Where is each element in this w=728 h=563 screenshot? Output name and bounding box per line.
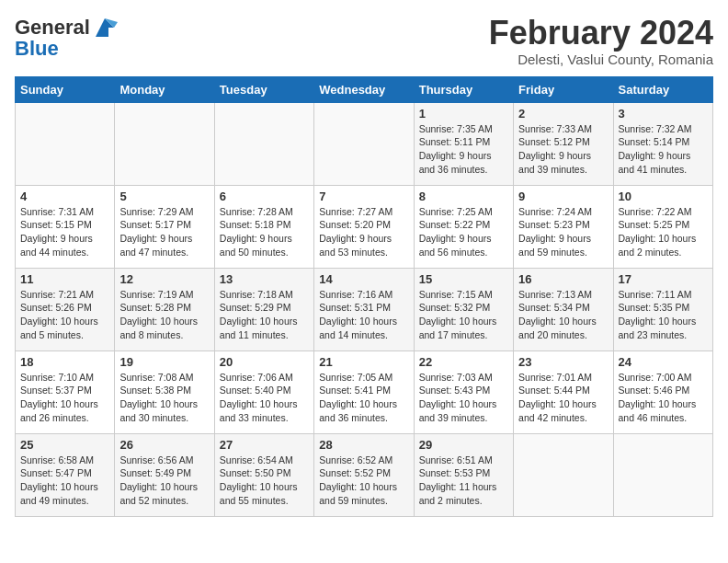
- day-headers-row: SundayMondayTuesdayWednesdayThursdayFrid…: [16, 76, 713, 102]
- calendar-cell: 29Sunrise: 6:51 AM Sunset: 5:53 PM Dayli…: [414, 433, 513, 516]
- day-number: 9: [518, 190, 608, 203]
- week-row-4: 18Sunrise: 7:10 AM Sunset: 5:37 PM Dayli…: [16, 350, 713, 433]
- month-year: February 2024: [489, 15, 713, 52]
- day-number: 10: [619, 190, 708, 203]
- day-info: Sunrise: 7:11 AM Sunset: 5:35 PM Dayligh…: [619, 288, 708, 342]
- calendar-cell: 2Sunrise: 7:33 AM Sunset: 5:12 PM Daylig…: [514, 102, 613, 185]
- day-info: Sunrise: 7:13 AM Sunset: 5:34 PM Dayligh…: [518, 288, 608, 342]
- day-number: 25: [20, 438, 109, 452]
- calendar-cell: 20Sunrise: 7:06 AM Sunset: 5:40 PM Dayli…: [214, 350, 313, 433]
- logo: General Blue: [15, 15, 118, 61]
- day-number: 17: [619, 272, 708, 286]
- day-info: Sunrise: 7:22 AM Sunset: 5:25 PM Dayligh…: [619, 205, 708, 259]
- calendar-table: SundayMondayTuesdayWednesdayThursdayFrid…: [15, 76, 713, 517]
- calendar-cell: 22Sunrise: 7:03 AM Sunset: 5:43 PM Dayli…: [414, 350, 513, 433]
- calendar-cell: 5Sunrise: 7:29 AM Sunset: 5:17 PM Daylig…: [115, 185, 214, 268]
- week-row-2: 4Sunrise: 7:31 AM Sunset: 5:15 PM Daylig…: [16, 185, 713, 268]
- day-info: Sunrise: 7:27 AM Sunset: 5:20 PM Dayligh…: [319, 205, 408, 259]
- day-info: Sunrise: 6:54 AM Sunset: 5:50 PM Dayligh…: [220, 454, 309, 508]
- calendar-cell: [514, 433, 613, 516]
- calendar-cell: 25Sunrise: 6:58 AM Sunset: 5:47 PM Dayli…: [16, 433, 115, 516]
- day-info: Sunrise: 6:58 AM Sunset: 5:47 PM Dayligh…: [20, 454, 109, 508]
- day-info: Sunrise: 7:35 AM Sunset: 5:11 PM Dayligh…: [419, 122, 508, 177]
- day-info: Sunrise: 7:31 AM Sunset: 5:15 PM Dayligh…: [20, 205, 109, 259]
- day-header-thursday: Thursday: [414, 76, 513, 102]
- day-number: 16: [518, 272, 608, 286]
- calendar-cell: 28Sunrise: 6:52 AM Sunset: 5:52 PM Dayli…: [314, 433, 414, 516]
- day-number: 13: [220, 272, 309, 286]
- day-number: 5: [119, 190, 209, 203]
- day-number: 15: [419, 272, 508, 286]
- day-info: Sunrise: 7:28 AM Sunset: 5:18 PM Dayligh…: [220, 205, 309, 259]
- day-header-friday: Friday: [514, 76, 613, 102]
- day-info: Sunrise: 7:08 AM Sunset: 5:38 PM Dayligh…: [119, 371, 209, 425]
- calendar-cell: [613, 433, 712, 516]
- day-number: 19: [119, 355, 209, 369]
- day-info: Sunrise: 7:24 AM Sunset: 5:23 PM Dayligh…: [518, 205, 608, 259]
- day-info: Sunrise: 7:15 AM Sunset: 5:32 PM Dayligh…: [419, 288, 508, 342]
- calendar-cell: 21Sunrise: 7:05 AM Sunset: 5:41 PM Dayli…: [314, 350, 414, 433]
- header: General Blue February 2024 Delesti, Vasl…: [15, 15, 713, 67]
- calendar-cell: 13Sunrise: 7:18 AM Sunset: 5:29 PM Dayli…: [214, 268, 313, 350]
- day-info: Sunrise: 6:51 AM Sunset: 5:53 PM Dayligh…: [419, 454, 508, 508]
- day-info: Sunrise: 7:32 AM Sunset: 5:14 PM Dayligh…: [619, 122, 708, 177]
- calendar-cell: 12Sunrise: 7:19 AM Sunset: 5:28 PM Dayli…: [115, 268, 214, 350]
- logo-general: General: [15, 16, 90, 39]
- calendar-cell: [214, 102, 313, 185]
- day-info: Sunrise: 7:10 AM Sunset: 5:37 PM Dayligh…: [20, 371, 109, 425]
- day-header-saturday: Saturday: [613, 76, 712, 102]
- day-number: 24: [619, 355, 708, 369]
- calendar-cell: 9Sunrise: 7:24 AM Sunset: 5:23 PM Daylig…: [514, 185, 613, 268]
- day-number: 3: [619, 107, 708, 121]
- day-info: Sunrise: 7:21 AM Sunset: 5:26 PM Dayligh…: [20, 288, 109, 342]
- calendar-cell: 10Sunrise: 7:22 AM Sunset: 5:25 PM Dayli…: [613, 185, 712, 268]
- logo-icon: [92, 15, 118, 40]
- day-number: 14: [319, 272, 408, 286]
- calendar-cell: 23Sunrise: 7:01 AM Sunset: 5:44 PM Dayli…: [514, 350, 613, 433]
- calendar-cell: 17Sunrise: 7:11 AM Sunset: 5:35 PM Dayli…: [613, 268, 712, 350]
- calendar-cell: [115, 102, 214, 185]
- day-number: 18: [20, 355, 109, 369]
- day-info: Sunrise: 7:16 AM Sunset: 5:31 PM Dayligh…: [319, 288, 408, 342]
- day-header-monday: Monday: [115, 76, 214, 102]
- day-number: 1: [419, 107, 508, 121]
- day-number: 6: [220, 190, 309, 203]
- day-number: 12: [119, 272, 209, 286]
- day-info: Sunrise: 7:33 AM Sunset: 5:12 PM Dayligh…: [518, 122, 608, 177]
- calendar-cell: 8Sunrise: 7:25 AM Sunset: 5:22 PM Daylig…: [414, 185, 513, 268]
- day-number: 27: [220, 438, 309, 452]
- day-info: Sunrise: 7:18 AM Sunset: 5:29 PM Dayligh…: [220, 288, 309, 342]
- day-info: Sunrise: 7:03 AM Sunset: 5:43 PM Dayligh…: [419, 371, 508, 425]
- calendar-cell: 18Sunrise: 7:10 AM Sunset: 5:37 PM Dayli…: [16, 350, 115, 433]
- calendar-cell: 26Sunrise: 6:56 AM Sunset: 5:49 PM Dayli…: [115, 433, 214, 516]
- day-number: 11: [20, 272, 109, 286]
- day-number: 22: [419, 355, 508, 369]
- day-number: 28: [319, 438, 408, 452]
- day-info: Sunrise: 7:19 AM Sunset: 5:28 PM Dayligh…: [119, 288, 209, 342]
- day-info: Sunrise: 7:05 AM Sunset: 5:41 PM Dayligh…: [319, 371, 408, 425]
- calendar-cell: 3Sunrise: 7:32 AM Sunset: 5:14 PM Daylig…: [613, 102, 712, 185]
- day-number: 23: [518, 355, 608, 369]
- calendar-cell: 19Sunrise: 7:08 AM Sunset: 5:38 PM Dayli…: [115, 350, 214, 433]
- week-row-5: 25Sunrise: 6:58 AM Sunset: 5:47 PM Dayli…: [16, 433, 713, 516]
- calendar-cell: 27Sunrise: 6:54 AM Sunset: 5:50 PM Dayli…: [214, 433, 313, 516]
- day-number: 8: [419, 190, 508, 203]
- day-number: 20: [220, 355, 309, 369]
- calendar-cell: 4Sunrise: 7:31 AM Sunset: 5:15 PM Daylig…: [16, 185, 115, 268]
- day-info: Sunrise: 6:52 AM Sunset: 5:52 PM Dayligh…: [319, 454, 408, 508]
- calendar-cell: 14Sunrise: 7:16 AM Sunset: 5:31 PM Dayli…: [314, 268, 414, 350]
- calendar-cell: 11Sunrise: 7:21 AM Sunset: 5:26 PM Dayli…: [16, 268, 115, 350]
- day-header-wednesday: Wednesday: [314, 76, 414, 102]
- week-row-1: 1Sunrise: 7:35 AM Sunset: 5:11 PM Daylig…: [16, 102, 713, 185]
- day-info: Sunrise: 7:01 AM Sunset: 5:44 PM Dayligh…: [518, 371, 608, 425]
- calendar-cell: 16Sunrise: 7:13 AM Sunset: 5:34 PM Dayli…: [514, 268, 613, 350]
- day-info: Sunrise: 7:29 AM Sunset: 5:17 PM Dayligh…: [119, 205, 209, 259]
- day-number: 26: [119, 438, 209, 452]
- calendar-cell: 1Sunrise: 7:35 AM Sunset: 5:11 PM Daylig…: [414, 102, 513, 185]
- day-info: Sunrise: 7:06 AM Sunset: 5:40 PM Dayligh…: [220, 371, 309, 425]
- day-number: 29: [419, 438, 508, 452]
- calendar-cell: 7Sunrise: 7:27 AM Sunset: 5:20 PM Daylig…: [314, 185, 414, 268]
- day-number: 2: [518, 107, 608, 121]
- day-number: 21: [319, 355, 408, 369]
- day-number: 4: [20, 190, 109, 203]
